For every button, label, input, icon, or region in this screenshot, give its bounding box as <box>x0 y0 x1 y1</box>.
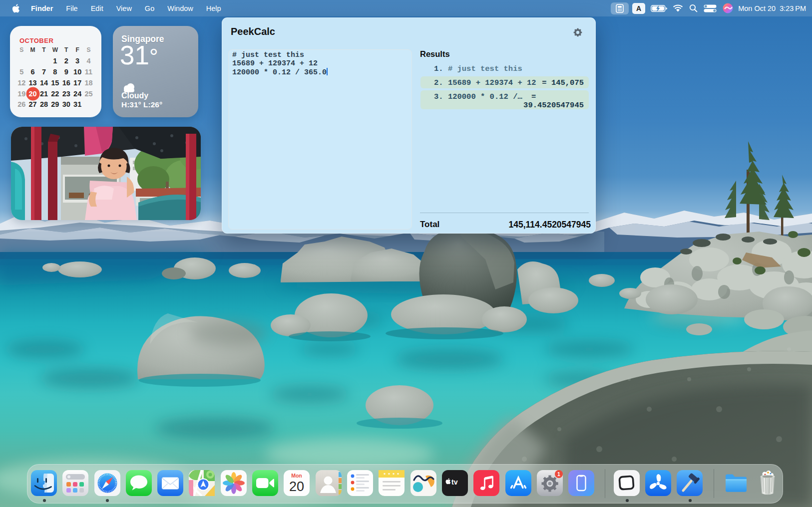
svg-text:20: 20 <box>289 479 304 494</box>
svg-text:1: 1 <box>557 471 560 477</box>
svg-text:Mon: Mon <box>291 473 302 479</box>
svg-text:tv: tv <box>451 478 458 486</box>
